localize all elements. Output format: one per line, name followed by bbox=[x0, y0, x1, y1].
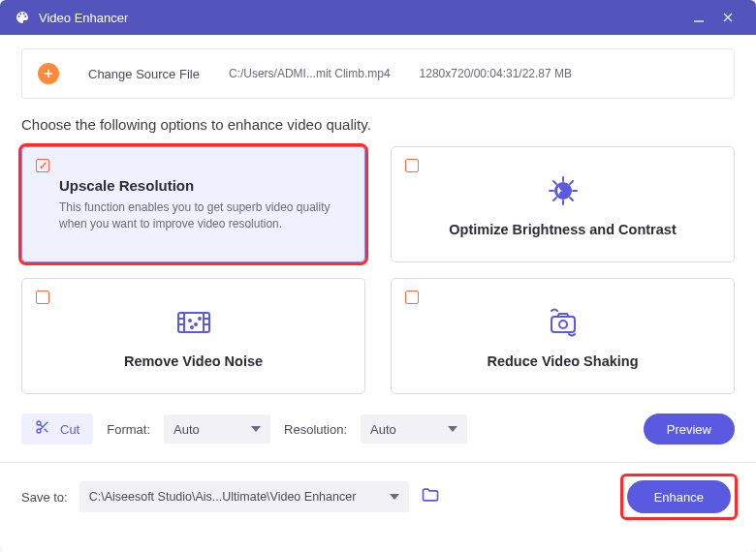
options-grid: Upscale Resolution This function enables… bbox=[21, 146, 735, 394]
source-info: 1280x720/00:04:31/22.87 MB bbox=[420, 67, 572, 80]
option-title: Reduce Video Shaking bbox=[487, 353, 638, 369]
svg-point-15 bbox=[191, 326, 193, 328]
svg-line-21 bbox=[45, 429, 48, 433]
svg-point-19 bbox=[37, 429, 41, 433]
option-reduce-shaking[interactable]: Reduce Video Shaking bbox=[391, 278, 735, 394]
change-source-button[interactable]: Change Source File bbox=[88, 67, 200, 81]
svg-line-22 bbox=[40, 424, 43, 427]
option-desc: This function enables you to get superb … bbox=[59, 199, 349, 232]
resolution-value: Auto bbox=[370, 422, 396, 437]
chevron-down-icon bbox=[251, 426, 261, 432]
enhance-button[interactable]: Enhance bbox=[627, 480, 731, 513]
open-folder-button[interactable] bbox=[421, 485, 440, 508]
svg-rect-16 bbox=[551, 317, 575, 332]
svg-point-18 bbox=[37, 421, 41, 425]
save-path-value: C:\Aiseesoft Studio\Ais...Ultimate\Video… bbox=[89, 490, 357, 504]
svg-point-13 bbox=[195, 323, 197, 325]
resolution-select[interactable]: Auto bbox=[361, 414, 467, 444]
palette-icon bbox=[14, 9, 31, 26]
chevron-down-icon bbox=[448, 426, 457, 432]
scissors-icon bbox=[35, 419, 50, 439]
checkbox-icon[interactable] bbox=[36, 291, 49, 304]
instructions-text: Choose the following options to enhance … bbox=[21, 116, 735, 133]
save-path-select[interactable]: C:\Aiseesoft Studio\Ais...Ultimate\Video… bbox=[79, 481, 409, 512]
source-bar: + Change Source File C:/Users/ADMI...mit… bbox=[21, 48, 735, 99]
format-value: Auto bbox=[173, 422, 200, 437]
option-optimize-brightness[interactable]: Optimize Brightness and Contrast bbox=[391, 146, 735, 262]
window-title: Video Enhancer bbox=[39, 11, 684, 25]
checkbox-icon[interactable] bbox=[36, 159, 49, 172]
checkbox-icon[interactable] bbox=[405, 291, 419, 304]
close-button[interactable] bbox=[713, 3, 742, 32]
format-label: Format: bbox=[107, 422, 150, 437]
preview-button[interactable]: Preview bbox=[644, 414, 735, 445]
option-title: Optimize Brightness and Contrast bbox=[449, 222, 676, 237]
brightness-icon bbox=[540, 171, 586, 210]
svg-point-12 bbox=[189, 320, 191, 322]
svg-point-17 bbox=[559, 321, 567, 328]
checkbox-icon[interactable] bbox=[405, 159, 419, 172]
divider bbox=[0, 462, 756, 463]
chevron-down-icon bbox=[390, 494, 399, 500]
cut-button[interactable]: Cut bbox=[21, 414, 93, 445]
add-icon[interactable]: + bbox=[38, 63, 59, 84]
minimize-button[interactable] bbox=[684, 3, 713, 32]
resolution-label: Resolution: bbox=[284, 422, 347, 437]
toolbar: Cut Format: Auto Resolution: Auto Previe… bbox=[21, 414, 735, 445]
cut-label: Cut bbox=[60, 422, 79, 437]
app-window: Video Enhancer + Change Source File C:/U… bbox=[0, 0, 756, 552]
enhance-highlight: Enhance bbox=[623, 476, 735, 517]
option-remove-noise[interactable]: Remove Video Noise bbox=[21, 278, 365, 394]
content-area: + Change Source File C:/Users/ADMI...mit… bbox=[0, 35, 756, 552]
source-path: C:/Users/ADMI...mit Climb.mp4 bbox=[229, 67, 391, 80]
save-bar: Save to: C:\Aiseesoft Studio\Ais...Ultim… bbox=[21, 476, 735, 517]
camera-shake-icon bbox=[540, 303, 586, 342]
option-upscale-resolution[interactable]: Upscale Resolution This function enables… bbox=[21, 146, 365, 262]
svg-point-14 bbox=[199, 318, 201, 320]
svg-rect-5 bbox=[178, 313, 209, 332]
option-title: Remove Video Noise bbox=[124, 353, 263, 369]
titlebar: Video Enhancer bbox=[0, 0, 756, 35]
film-icon bbox=[171, 303, 217, 342]
save-to-label: Save to: bbox=[21, 490, 68, 505]
format-select[interactable]: Auto bbox=[164, 414, 270, 444]
option-title: Upscale Resolution bbox=[59, 177, 349, 194]
